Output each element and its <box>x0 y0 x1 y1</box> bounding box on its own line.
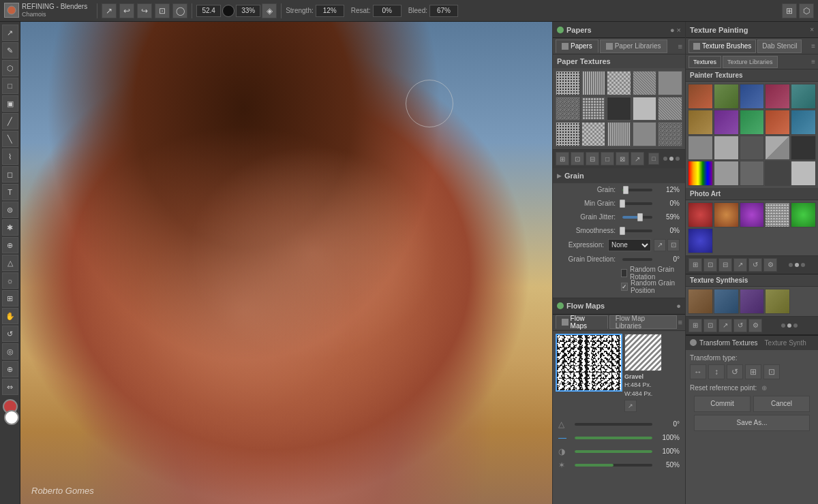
flow-menu-btn[interactable]: ≡ <box>678 318 682 326</box>
tab-textures[interactable]: Textures <box>688 56 721 68</box>
papers-tool-1[interactable]: ⊞ <box>556 152 569 166</box>
tab-texture-brushes[interactable]: Texture Brushes <box>688 40 756 53</box>
smoothness-track[interactable] <box>622 230 652 232</box>
pt-20[interactable] <box>791 161 816 186</box>
pa-1[interactable] <box>688 202 713 227</box>
tab-flow-maps[interactable]: Flow Maps <box>556 315 608 329</box>
tool-mirror[interactable]: ⇔ <box>2 379 18 395</box>
pt-18[interactable] <box>740 161 765 186</box>
texture-thumb-11[interactable] <box>581 122 606 146</box>
cancel-button[interactable]: Cancel <box>753 396 810 412</box>
pa-3[interactable] <box>740 202 765 227</box>
tool-brush2[interactable]: ╲ <box>2 131 18 147</box>
tab-flow-map-libraries[interactable]: Flow Map Libraries <box>609 315 677 329</box>
texture-thumb-0[interactable] <box>556 71 580 95</box>
tool-icon-2[interactable]: ↩ <box>119 3 134 18</box>
pt-9[interactable] <box>765 110 790 135</box>
tp-tool-3[interactable]: ⊟ <box>718 258 732 272</box>
resat-input[interactable]: 0% <box>373 5 402 17</box>
papers-tool-6[interactable]: ↗ <box>631 152 644 166</box>
texture-thumb-2[interactable] <box>607 71 631 95</box>
texture-thumb-6[interactable] <box>581 97 606 121</box>
flow-thumb-action[interactable]: ↗ <box>624 400 637 412</box>
tool-lasso[interactable]: ⊜ <box>2 202 18 218</box>
expr-btn-2[interactable]: ⊡ <box>667 239 680 251</box>
transform-icon-5[interactable]: ⊡ <box>763 364 780 379</box>
canvas-area[interactable]: Roberto Gomes <box>20 22 552 504</box>
tool-magnify[interactable]: ⊕ <box>2 361 18 377</box>
tp-tool-5[interactable]: ↺ <box>748 258 762 272</box>
texture-thumb-8[interactable] <box>633 97 657 121</box>
ts-3[interactable] <box>740 289 765 314</box>
flow-contrast-track[interactable] <box>575 450 652 453</box>
cb-position-label[interactable]: Random Grain Position <box>631 279 680 294</box>
tab-dab-stencil[interactable]: Dab Stencil <box>757 40 802 53</box>
flow-brightness-track[interactable] <box>575 464 652 467</box>
opacity-icon[interactable]: ◈ <box>262 3 277 18</box>
papers-tool-4[interactable]: □ <box>601 152 614 166</box>
flow-scale-track[interactable] <box>575 437 652 439</box>
pt-3[interactable] <box>740 84 765 109</box>
pt-12[interactable] <box>714 136 739 161</box>
min-grain-thumb[interactable] <box>620 200 625 208</box>
tool-clone[interactable]: ⊕ <box>2 237 18 253</box>
pt-19[interactable] <box>765 161 790 186</box>
bleed-input[interactable]: 67% <box>429 5 458 17</box>
tool-zoom[interactable]: ⊞ <box>2 290 18 306</box>
tp-tool-1[interactable]: ⊞ <box>688 258 702 272</box>
tool-icon-5[interactable]: ◯ <box>172 3 187 18</box>
pt-13[interactable] <box>740 136 765 161</box>
papers-page-btn[interactable]: □ <box>648 153 659 165</box>
min-grain-track[interactable] <box>622 202 652 205</box>
pt-7[interactable] <box>714 110 739 135</box>
pt-8[interactable] <box>740 110 765 135</box>
color-swatch-secondary[interactable] <box>4 410 19 425</box>
cb-rotation-label[interactable]: Random Grain Rotation <box>630 266 680 281</box>
tp-sub-menu[interactable]: ≡ <box>811 58 815 65</box>
transform-icon-4[interactable]: ⊞ <box>745 364 761 379</box>
texture-thumb-5[interactable] <box>556 97 580 121</box>
tool-dodge[interactable]: ☼ <box>2 272 18 289</box>
transform-icon-3[interactable]: ↺ <box>727 364 743 379</box>
toolbar-icon-r2[interactable]: ⬡ <box>799 3 814 18</box>
tool-hand[interactable]: ✋ <box>2 308 18 324</box>
texture-thumb-14[interactable] <box>658 122 682 146</box>
strength-input[interactable]: 12% <box>316 5 344 17</box>
toolbar-icon-r1[interactable]: ⊞ <box>782 3 797 18</box>
expr-btn-1[interactable]: ↗ <box>654 239 666 251</box>
tool-rotate[interactable]: ↺ <box>2 326 18 342</box>
pt-1[interactable] <box>688 84 713 109</box>
pa-6[interactable] <box>688 228 713 253</box>
texture-thumb-10[interactable] <box>556 122 580 146</box>
pt-14[interactable] <box>765 136 790 161</box>
tool-arrow[interactable]: ↗ <box>2 25 18 41</box>
tab-paper-libraries[interactable]: Paper Libraries <box>600 40 667 53</box>
save-as-button[interactable]: Save As... <box>694 415 810 431</box>
papers-tool-2[interactable]: ⊡ <box>571 152 584 166</box>
pt-2[interactable] <box>714 84 739 109</box>
tool-text[interactable]: T <box>2 184 18 200</box>
papers-tool-3[interactable]: ⊟ <box>586 152 599 166</box>
pt-6[interactable] <box>688 110 713 135</box>
ts-1[interactable] <box>688 289 713 314</box>
cb-rotation[interactable] <box>621 269 627 277</box>
papers-menu-btn[interactable]: ≡ <box>678 42 682 50</box>
texture-thumb-13[interactable] <box>633 122 657 146</box>
pt-11[interactable] <box>688 136 713 161</box>
pa-4[interactable] <box>765 202 790 227</box>
commit-button[interactable]: Commit <box>694 396 751 412</box>
tool-icon-4[interactable]: ⊡ <box>155 3 170 18</box>
texture-thumb-1[interactable] <box>581 71 606 95</box>
tab-papers[interactable]: Papers <box>556 40 599 53</box>
tool-rect[interactable]: □ <box>2 78 18 94</box>
tp-close[interactable]: × <box>810 26 814 33</box>
grain-jitter-track[interactable] <box>622 216 652 219</box>
ts-4[interactable] <box>765 289 790 314</box>
texture-thumb-3[interactable] <box>633 71 657 95</box>
tool-icon-3[interactable]: ↪ <box>137 3 152 18</box>
tp-tool2-3[interactable]: ↗ <box>718 319 732 332</box>
texture-thumb-9[interactable] <box>658 97 682 121</box>
tp-tool2-1[interactable]: ⊞ <box>688 319 702 332</box>
ts-2[interactable] <box>714 289 739 314</box>
pt-17[interactable] <box>714 161 739 186</box>
